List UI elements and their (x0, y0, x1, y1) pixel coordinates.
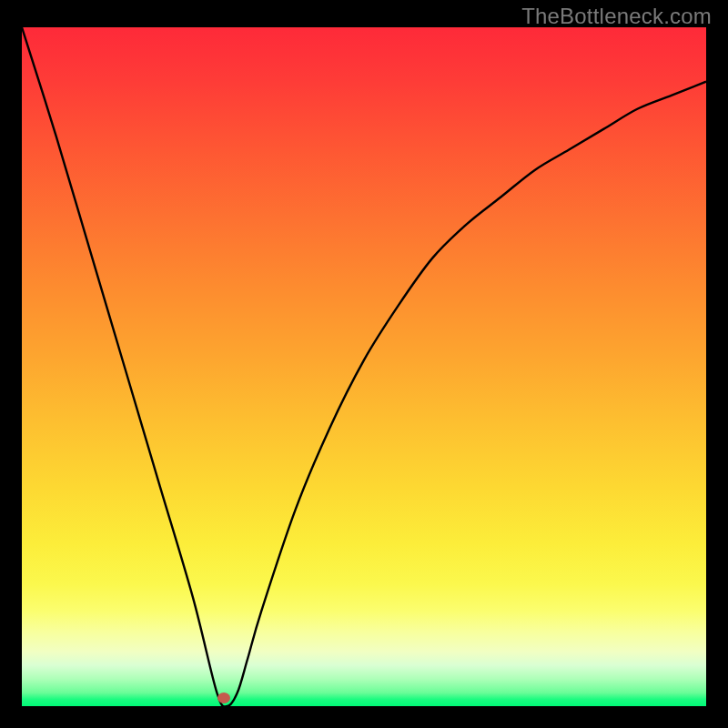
watermark-text: TheBottleneck.com (521, 4, 712, 29)
bottleneck-curve-path (22, 27, 706, 706)
optimum-marker (217, 693, 230, 703)
chart-container: TheBottleneck.com (0, 0, 728, 728)
curve-svg (22, 27, 706, 706)
plot-area (22, 27, 706, 706)
